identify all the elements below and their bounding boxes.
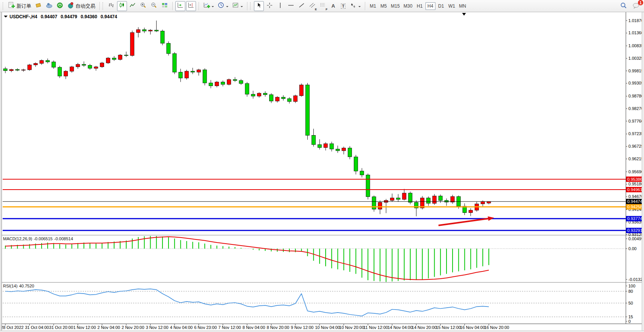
candlestick-chart-button[interactable]: [117, 1, 127, 11]
text-label-tool-button[interactable]: T: [339, 1, 348, 11]
price-tick-label: 0.98270: [628, 106, 644, 111]
price-tick-label: 1.00325: [628, 56, 644, 61]
tile-windows-button[interactable]: [160, 1, 170, 11]
time-tick-label: 16 Nov 04:00: [460, 325, 485, 330]
chart-title: USDCHF-,H4 0.94407 0.94479 0.94360 0.944…: [4, 14, 117, 19]
svg-text:0.93774: 0.93774: [627, 216, 642, 221]
zoom-out-button[interactable]: [149, 1, 159, 11]
timeframe-m1[interactable]: M1: [368, 2, 378, 10]
svg-text:0.94474: 0.94474: [627, 199, 642, 204]
price-tick-label: 0.94670: [628, 194, 644, 199]
window-scroll-strip[interactable]: [642, 12, 644, 332]
timeframe-h1[interactable]: H1: [415, 2, 425, 10]
svg-text:0.93291: 0.93291: [627, 228, 642, 233]
pane-splitter-rsi[interactable]: [0, 282, 644, 283]
macd-main-value: -0.006515: [34, 236, 53, 241]
price-tick-label: 0.95180: [628, 182, 644, 186]
price-tick-label: 0.98780: [628, 94, 644, 98]
rsi-tick-label: 80: [628, 289, 633, 294]
new-order-label: 新订单: [16, 3, 31, 10]
toolbar-grip[interactable]: [103, 2, 104, 10]
toolbar-group-scroll: [175, 1, 196, 11]
timeframe-m15[interactable]: M15: [389, 2, 401, 10]
crosshair-tool-button[interactable]: [265, 1, 275, 11]
time-tick-label: 16 Nov 20:00: [484, 325, 509, 330]
timeframe-m30[interactable]: M30: [402, 2, 414, 10]
toolbar-grip[interactable]: [250, 2, 252, 10]
chart-shift-button[interactable]: [186, 1, 196, 11]
zoom-in-button[interactable]: [138, 1, 148, 11]
templates-button[interactable]: [231, 1, 244, 11]
add-indicator-icon: [203, 2, 210, 10]
clock-icon: [218, 2, 225, 10]
auto-scroll-button[interactable]: [175, 1, 185, 11]
window-edge-left: [0, 12, 2, 332]
toolbar-group-main: 新订单 自动交易: [3, 1, 97, 11]
vertical-line-tool-button[interactable]: [275, 1, 285, 11]
toolbar: 新订单 自动交易: [0, 0, 644, 12]
arrows-tool-button[interactable]: [348, 1, 362, 11]
timeframe-h4[interactable]: H4: [426, 2, 435, 10]
bar-chart-button[interactable]: [106, 1, 116, 11]
time-tick-label: 31 Oct 20:00: [49, 325, 73, 330]
time-tick-label: 8 Nov 04:00: [243, 325, 265, 330]
pane-splitter-macd[interactable]: [0, 235, 644, 236]
price-tick-label: 0.96215: [628, 156, 644, 161]
ohlc-high: 0.94479: [61, 14, 77, 19]
timeframe-m5[interactable]: M5: [379, 2, 389, 10]
text-tool-button[interactable]: A: [329, 1, 338, 11]
toolbar-right: 1: [619, 0, 642, 12]
rsi-tick-label: 0: [628, 319, 631, 324]
channel-tool-button[interactable]: E: [307, 1, 317, 11]
time-tick-label: 2 Nov 04:00: [98, 325, 120, 330]
time-tick-label: 2 Nov 20:00: [122, 325, 144, 330]
toolbar-grip[interactable]: [3, 2, 5, 10]
time-tick-label: 4 Nov 04:00: [170, 325, 193, 330]
toolbar-group-insert: [202, 1, 244, 11]
chart-menu-icon[interactable]: [4, 16, 8, 19]
time-tick-label: 3 Nov 12:00: [146, 325, 168, 330]
macd-signal-value: -0.008514: [54, 236, 73, 241]
cursor-tool-button[interactable]: [254, 1, 264, 11]
rsi-indicator-label: RSI(14)40.7520: [3, 284, 36, 288]
toolbar-group-chart-type: [103, 1, 170, 11]
new-order-button[interactable]: 新订单: [6, 1, 33, 11]
trendline-tool-button[interactable]: [297, 1, 307, 11]
signal-globe-icon: [56, 2, 63, 10]
timeframe-w1[interactable]: W1: [447, 2, 457, 10]
zoom-in-icon: [140, 2, 147, 10]
gold-book-icon: [35, 2, 42, 10]
toolbar-separator: [199, 2, 199, 10]
bar-chart-icon: [108, 2, 115, 10]
trendline-icon: [298, 2, 305, 10]
autotrading-button[interactable]: 自动交易: [66, 1, 97, 11]
notifications-button[interactable]: 1: [631, 1, 642, 11]
channel-letter: E: [315, 8, 317, 11]
ohlc-low: 0.94360: [80, 14, 97, 19]
price-tick-label: 1.01360: [628, 30, 644, 35]
periods-button[interactable]: [216, 1, 230, 11]
macd-name: MACD(12,26,9): [3, 236, 32, 241]
candlestick-chart-icon: [119, 2, 125, 10]
chart-symbol-period: USDCHF-,H4: [10, 14, 37, 19]
auto-scroll-icon: [177, 2, 184, 10]
time-tick-label: 6 Nov 23:00: [194, 325, 217, 330]
timeframe-d1[interactable]: D1: [436, 2, 446, 10]
indicators-button[interactable]: [202, 1, 215, 11]
horizontal-line-tool-button[interactable]: [286, 1, 296, 11]
search-button[interactable]: [619, 1, 629, 11]
chevron-down-icon: [226, 6, 228, 8]
market-watch-button[interactable]: [34, 1, 43, 11]
profile-button[interactable]: [44, 1, 54, 11]
signals-button[interactable]: [55, 1, 65, 11]
toolbar-separator: [247, 2, 247, 10]
price-tick-label: 0.95690: [628, 169, 644, 174]
macd-tick-label: 0.00: [628, 246, 636, 251]
fibonacci-tool-button[interactable]: F: [318, 1, 328, 11]
time-tick-label: 10 Nov 20:00: [339, 325, 364, 330]
timeframe-mn[interactable]: MN: [458, 2, 468, 10]
price-tick-label: 0.99305: [628, 81, 644, 85]
time-axis[interactable]: 28 Oct 202231 Oct 04:0031 Oct 20:001 Nov…: [1, 324, 509, 330]
line-chart-button[interactable]: [128, 1, 138, 11]
timeframe-toolbar: M1M5M15M30H1H4D1W1MN: [368, 2, 467, 10]
